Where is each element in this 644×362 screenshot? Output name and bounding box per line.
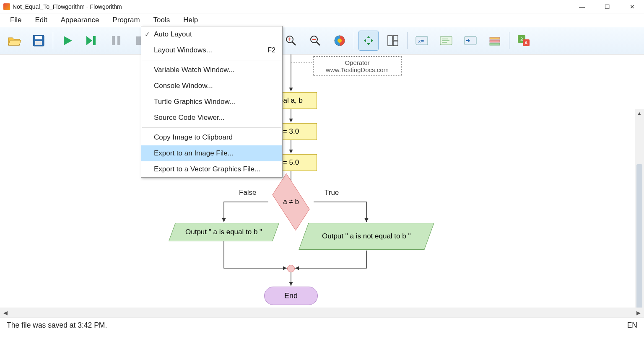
svg-line-11 xyxy=(317,42,320,45)
status-message: The file was saved at 3:42 PM. xyxy=(7,321,107,330)
output-node-false[interactable]: Output " a is equal to b " xyxy=(169,223,279,241)
dd-src-viewer-label: Source Code Viewer... xyxy=(154,114,225,122)
flowchart-lines xyxy=(0,54,644,308)
horizontal-scrollbar[interactable]: ◀ ▶ xyxy=(0,308,644,318)
toolbar-separator xyxy=(53,32,53,49)
false-label: False xyxy=(239,189,257,197)
save-button[interactable] xyxy=(29,31,49,51)
svg-rect-27 xyxy=(490,43,500,45)
title-bar: Not_Equal_To_Flowgorithm - Flowgorithm —… xyxy=(0,0,644,13)
decision-node[interactable]: a ≠ b xyxy=(262,188,319,216)
status-bar: The file was saved at 3:42 PM. EN xyxy=(0,318,644,333)
join-node xyxy=(287,265,295,272)
svg-text:+: + xyxy=(288,36,291,42)
scroll-left-icon[interactable]: ◀ xyxy=(0,310,11,316)
zoom-out-button[interactable] xyxy=(305,31,325,51)
svg-rect-25 xyxy=(490,37,500,39)
svg-rect-3 xyxy=(93,36,96,45)
end-label: End xyxy=(284,292,298,300)
menu-file[interactable]: File xyxy=(4,14,27,26)
zoom-in-button[interactable]: + xyxy=(281,31,301,51)
menu-program[interactable]: Program xyxy=(106,14,145,26)
dd-console-label: Console Window... xyxy=(154,82,213,90)
language-indicator[interactable]: EN xyxy=(627,321,637,330)
svg-rect-17 xyxy=(393,41,398,46)
dd-auto-layout[interactable]: Auto Layout xyxy=(141,26,282,42)
menu-appearance[interactable]: Appearance xyxy=(55,14,105,26)
dd-separator xyxy=(142,127,281,128)
dd-variable-watch-label: Variable Watch Window... xyxy=(154,66,234,74)
end-node[interactable]: End xyxy=(264,287,318,305)
menu-bar: File Edit Appearance Program Tools Help xyxy=(0,13,644,27)
step-button[interactable] xyxy=(82,31,102,51)
decision-label: a ≠ b xyxy=(262,198,319,206)
layout-windows-button[interactable] xyxy=(383,31,403,51)
color-scheme-button[interactable] xyxy=(330,31,350,51)
dd-variable-watch[interactable]: Variable Watch Window... xyxy=(141,62,282,78)
console-button[interactable] xyxy=(460,31,480,51)
assign-node-label: = 3.0 xyxy=(283,127,299,136)
window-controls: — ☐ ✕ xyxy=(574,1,641,13)
canvas-area[interactable]: Operator www.TestingDocs.com eal a, b = … xyxy=(0,54,644,308)
dd-source-code-viewer[interactable]: Source Code Viewer... xyxy=(141,110,282,126)
svg-line-8 xyxy=(292,42,296,45)
vertical-scrollbar[interactable]: ▲ ▼ xyxy=(635,109,644,308)
svg-rect-16 xyxy=(393,36,398,40)
output-true-label: Output " a is not equal to b " xyxy=(317,230,415,243)
menu-tools[interactable]: Tools xyxy=(148,14,176,26)
dd-turtle-graphics[interactable]: Turtle Graphics Window... xyxy=(141,94,282,110)
dd-separator xyxy=(142,60,281,60)
svg-rect-26 xyxy=(490,40,500,42)
output-node-true[interactable]: Output " a is not equal to b " xyxy=(299,223,434,250)
toolbar: + x= 文A xyxy=(0,27,644,54)
dd-layout-windows[interactable]: Layout Windows...F2 xyxy=(141,42,282,58)
dd-copy-image-clipboard[interactable]: Copy Image to Clipboard xyxy=(141,129,282,145)
flowchart-canvas[interactable]: Operator www.TestingDocs.com eal a, b = … xyxy=(0,54,644,308)
dd-layout-windows-label: Layout Windows... xyxy=(154,46,212,54)
dd-shortcut: F2 xyxy=(267,47,275,54)
scroll-right-icon[interactable]: ▶ xyxy=(633,310,644,316)
dd-turtle-label: Turtle Graphics Window... xyxy=(154,98,235,106)
toolbar-separator xyxy=(354,32,354,49)
scroll-thumb[interactable] xyxy=(636,164,642,308)
svg-rect-2 xyxy=(35,41,42,45)
output-false-label: Output " a is equal to b " xyxy=(180,226,267,238)
source-code-button[interactable] xyxy=(436,31,456,51)
svg-rect-4 xyxy=(112,36,115,45)
tools-dropdown: Auto Layout Layout Windows...F2 Variable… xyxy=(141,26,283,178)
svg-rect-1 xyxy=(35,36,42,39)
comment-node[interactable]: Operator www.TestingDocs.com xyxy=(313,56,402,76)
open-button[interactable] xyxy=(4,31,24,51)
window-title: Not_Equal_To_Flowgorithm - Flowgorithm xyxy=(13,3,574,10)
dd-console-window[interactable]: Console Window... xyxy=(141,78,282,94)
translate-button[interactable]: 文A xyxy=(514,31,534,51)
minimize-button[interactable]: — xyxy=(574,1,590,13)
true-label: True xyxy=(325,189,339,197)
svg-rect-5 xyxy=(117,36,120,45)
dd-export-img-label: Export to an Image File... xyxy=(154,149,234,158)
dd-copy-clip-label: Copy Image to Clipboard xyxy=(154,133,233,142)
close-button[interactable]: ✕ xyxy=(624,1,641,13)
dd-auto-layout-label: Auto Layout xyxy=(154,30,192,39)
svg-text:x=: x= xyxy=(418,38,424,44)
dd-export-vector-file[interactable]: Export to a Vector Graphics File... xyxy=(141,161,282,177)
flowgorithm-icon xyxy=(3,3,10,10)
declare-node-label: eal a, b xyxy=(279,96,303,105)
toolbar-separator xyxy=(407,32,408,49)
comment-line: www.TestingDocs.com xyxy=(326,66,389,73)
pause-button[interactable] xyxy=(106,31,126,51)
dd-export-vec-label: Export to a Vector Graphics File... xyxy=(154,165,260,173)
maximize-button[interactable]: ☐ xyxy=(599,1,615,13)
variable-watch-button[interactable]: x= xyxy=(412,31,432,51)
dd-export-image-file[interactable]: Export to an Image File... xyxy=(141,145,282,161)
assign-node-label: = 5.0 xyxy=(283,158,299,167)
scroll-up-icon[interactable]: ▲ xyxy=(635,109,644,117)
svg-rect-15 xyxy=(388,36,392,46)
menu-edit[interactable]: Edit xyxy=(29,14,53,26)
svg-text:A: A xyxy=(525,40,528,45)
menu-help[interactable]: Help xyxy=(177,14,204,26)
function-manager-button[interactable] xyxy=(485,31,505,51)
run-button[interactable] xyxy=(57,31,78,51)
auto-fit-button[interactable] xyxy=(358,31,379,51)
toolbar-separator xyxy=(509,32,509,49)
